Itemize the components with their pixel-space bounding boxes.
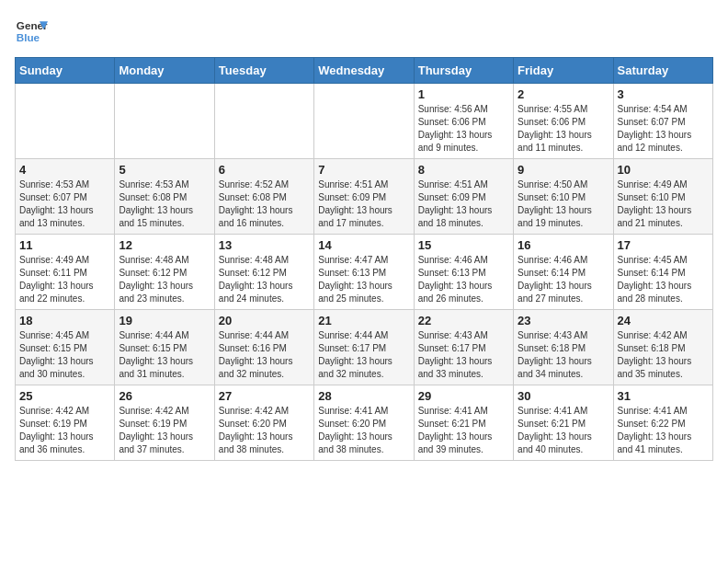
calendar-cell xyxy=(214,84,313,159)
calendar-cell: 21Sunrise: 4:44 AM Sunset: 6:17 PM Dayli… xyxy=(314,310,414,385)
day-info: Sunrise: 4:45 AM Sunset: 6:14 PM Dayligh… xyxy=(618,254,709,305)
day-number: 24 xyxy=(618,314,709,327)
day-number: 17 xyxy=(618,238,709,252)
day-number: 18 xyxy=(19,314,110,327)
calendar-cell: 19Sunrise: 4:44 AM Sunset: 6:15 PM Dayli… xyxy=(115,310,214,385)
day-header-sunday: Sunday xyxy=(16,58,115,84)
calendar-week-5: 25Sunrise: 4:42 AM Sunset: 6:19 PM Dayli… xyxy=(16,385,713,461)
day-number: 31 xyxy=(618,389,709,403)
day-info: Sunrise: 4:41 AM Sunset: 6:20 PM Dayligh… xyxy=(318,405,409,456)
calendar-cell: 15Sunrise: 4:46 AM Sunset: 6:13 PM Dayli… xyxy=(414,235,513,310)
day-number: 13 xyxy=(219,238,310,252)
day-number: 7 xyxy=(318,163,409,177)
day-number: 23 xyxy=(518,314,609,327)
day-info: Sunrise: 4:53 AM Sunset: 6:08 PM Dayligh… xyxy=(119,178,210,230)
calendar-cell: 31Sunrise: 4:41 AM Sunset: 6:22 PM Dayli… xyxy=(613,385,712,461)
day-info: Sunrise: 4:48 AM Sunset: 6:12 PM Dayligh… xyxy=(119,254,210,305)
day-info: Sunrise: 4:41 AM Sunset: 6:21 PM Dayligh… xyxy=(418,405,509,456)
day-info: Sunrise: 4:42 AM Sunset: 6:19 PM Dayligh… xyxy=(19,405,110,456)
day-number: 3 xyxy=(618,87,709,101)
calendar-cell xyxy=(314,84,414,159)
calendar-cell: 16Sunrise: 4:46 AM Sunset: 6:14 PM Dayli… xyxy=(514,235,613,310)
calendar-cell: 6Sunrise: 4:52 AM Sunset: 6:08 PM Daylig… xyxy=(214,159,313,235)
day-number: 5 xyxy=(119,163,210,177)
calendar-cell: 2Sunrise: 4:55 AM Sunset: 6:06 PM Daylig… xyxy=(514,84,613,159)
calendar-cell: 27Sunrise: 4:42 AM Sunset: 6:20 PM Dayli… xyxy=(214,385,313,461)
day-info: Sunrise: 4:42 AM Sunset: 6:20 PM Dayligh… xyxy=(219,405,310,456)
calendar-cell: 5Sunrise: 4:53 AM Sunset: 6:08 PM Daylig… xyxy=(115,159,214,235)
calendar-cell: 23Sunrise: 4:43 AM Sunset: 6:18 PM Dayli… xyxy=(514,310,613,385)
day-info: Sunrise: 4:54 AM Sunset: 6:07 PM Dayligh… xyxy=(618,103,709,155)
calendar-cell: 25Sunrise: 4:42 AM Sunset: 6:19 PM Dayli… xyxy=(16,385,115,461)
calendar-cell: 1Sunrise: 4:56 AM Sunset: 6:06 PM Daylig… xyxy=(414,84,513,159)
calendar-cell: 26Sunrise: 4:42 AM Sunset: 6:19 PM Dayli… xyxy=(115,385,214,461)
calendar-cell: 14Sunrise: 4:47 AM Sunset: 6:13 PM Dayli… xyxy=(314,235,414,310)
day-number: 21 xyxy=(318,314,409,327)
calendar-cell: 24Sunrise: 4:42 AM Sunset: 6:18 PM Dayli… xyxy=(613,310,712,385)
calendar-table: SundayMondayTuesdayWednesdayThursdayFrid… xyxy=(15,57,713,461)
day-info: Sunrise: 4:49 AM Sunset: 6:10 PM Dayligh… xyxy=(618,178,709,230)
day-number: 1 xyxy=(418,87,509,101)
logo-icon: General Blue xyxy=(15,15,48,48)
calendar-cell: 7Sunrise: 4:51 AM Sunset: 6:09 PM Daylig… xyxy=(314,159,414,235)
svg-text:Blue: Blue xyxy=(17,31,40,43)
day-number: 14 xyxy=(318,238,409,252)
day-info: Sunrise: 4:46 AM Sunset: 6:13 PM Dayligh… xyxy=(418,254,509,305)
day-number: 2 xyxy=(518,87,609,101)
calendar-cell: 12Sunrise: 4:48 AM Sunset: 6:12 PM Dayli… xyxy=(115,235,214,310)
day-info: Sunrise: 4:47 AM Sunset: 6:13 PM Dayligh… xyxy=(318,254,409,305)
calendar-cell: 10Sunrise: 4:49 AM Sunset: 6:10 PM Dayli… xyxy=(613,159,712,235)
calendar-cell xyxy=(16,84,115,159)
day-info: Sunrise: 4:51 AM Sunset: 6:09 PM Dayligh… xyxy=(318,178,409,230)
day-number: 9 xyxy=(518,163,609,177)
day-number: 20 xyxy=(219,314,310,327)
day-header-wednesday: Wednesday xyxy=(314,58,414,84)
calendar-week-2: 4Sunrise: 4:53 AM Sunset: 6:07 PM Daylig… xyxy=(16,159,713,235)
calendar-cell: 13Sunrise: 4:48 AM Sunset: 6:12 PM Dayli… xyxy=(214,235,313,310)
calendar-week-1: 1Sunrise: 4:56 AM Sunset: 6:06 PM Daylig… xyxy=(16,84,713,159)
calendar-cell: 4Sunrise: 4:53 AM Sunset: 6:07 PM Daylig… xyxy=(16,159,115,235)
day-info: Sunrise: 4:45 AM Sunset: 6:15 PM Dayligh… xyxy=(19,329,110,381)
page-header: General Blue xyxy=(15,15,713,48)
day-number: 11 xyxy=(19,238,110,252)
day-info: Sunrise: 4:42 AM Sunset: 6:19 PM Dayligh… xyxy=(119,405,210,456)
day-number: 10 xyxy=(618,163,709,177)
calendar-header-row: SundayMondayTuesdayWednesdayThursdayFrid… xyxy=(16,58,713,84)
day-number: 29 xyxy=(418,389,509,403)
day-number: 25 xyxy=(19,389,110,403)
calendar-cell: 28Sunrise: 4:41 AM Sunset: 6:20 PM Dayli… xyxy=(314,385,414,461)
day-number: 30 xyxy=(518,389,609,403)
day-info: Sunrise: 4:44 AM Sunset: 6:16 PM Dayligh… xyxy=(219,329,310,381)
day-info: Sunrise: 4:49 AM Sunset: 6:11 PM Dayligh… xyxy=(19,254,110,305)
calendar-cell: 3Sunrise: 4:54 AM Sunset: 6:07 PM Daylig… xyxy=(613,84,712,159)
day-info: Sunrise: 4:48 AM Sunset: 6:12 PM Dayligh… xyxy=(219,254,310,305)
day-header-saturday: Saturday xyxy=(613,58,712,84)
day-info: Sunrise: 4:41 AM Sunset: 6:21 PM Dayligh… xyxy=(518,405,609,456)
calendar-cell: 29Sunrise: 4:41 AM Sunset: 6:21 PM Dayli… xyxy=(414,385,513,461)
calendar-cell: 17Sunrise: 4:45 AM Sunset: 6:14 PM Dayli… xyxy=(613,235,712,310)
calendar-cell: 11Sunrise: 4:49 AM Sunset: 6:11 PM Dayli… xyxy=(16,235,115,310)
day-info: Sunrise: 4:46 AM Sunset: 6:14 PM Dayligh… xyxy=(518,254,609,305)
calendar-cell: 20Sunrise: 4:44 AM Sunset: 6:16 PM Dayli… xyxy=(214,310,313,385)
day-info: Sunrise: 4:50 AM Sunset: 6:10 PM Dayligh… xyxy=(518,178,609,230)
day-number: 8 xyxy=(418,163,509,177)
day-header-friday: Friday xyxy=(514,58,613,84)
day-info: Sunrise: 4:52 AM Sunset: 6:08 PM Dayligh… xyxy=(219,178,310,230)
day-number: 16 xyxy=(518,238,609,252)
day-number: 19 xyxy=(119,314,210,327)
day-number: 22 xyxy=(418,314,509,327)
calendar-cell: 22Sunrise: 4:43 AM Sunset: 6:17 PM Dayli… xyxy=(414,310,513,385)
day-header-thursday: Thursday xyxy=(414,58,513,84)
day-number: 6 xyxy=(219,163,310,177)
day-info: Sunrise: 4:44 AM Sunset: 6:15 PM Dayligh… xyxy=(119,329,210,381)
day-info: Sunrise: 4:51 AM Sunset: 6:09 PM Dayligh… xyxy=(418,178,509,230)
day-info: Sunrise: 4:53 AM Sunset: 6:07 PM Dayligh… xyxy=(19,178,110,230)
day-number: 12 xyxy=(119,238,210,252)
day-number: 28 xyxy=(318,389,409,403)
day-info: Sunrise: 4:41 AM Sunset: 6:22 PM Dayligh… xyxy=(618,405,709,456)
calendar-cell: 18Sunrise: 4:45 AM Sunset: 6:15 PM Dayli… xyxy=(16,310,115,385)
calendar-cell xyxy=(115,84,214,159)
calendar-cell: 9Sunrise: 4:50 AM Sunset: 6:10 PM Daylig… xyxy=(514,159,613,235)
day-info: Sunrise: 4:43 AM Sunset: 6:18 PM Dayligh… xyxy=(518,329,609,381)
calendar-cell: 30Sunrise: 4:41 AM Sunset: 6:21 PM Dayli… xyxy=(514,385,613,461)
